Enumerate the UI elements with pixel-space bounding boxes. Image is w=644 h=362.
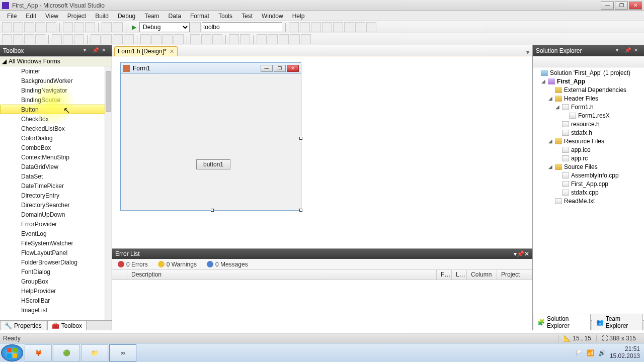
toolbox-item-checkbox[interactable]: CheckBox — [0, 114, 112, 124]
toolbar-button[interactable] — [333, 22, 343, 32]
toolbar-button[interactable] — [355, 22, 365, 32]
toolbox-item-contextmenustrip[interactable]: ContextMenuStrip — [0, 152, 112, 162]
center-button[interactable] — [212, 34, 222, 44]
toolbox-item-dataset[interactable]: DataSet — [0, 171, 112, 181]
tab-toolbox[interactable]: 🧰Toolbox — [47, 321, 87, 330]
toolbar-button[interactable] — [289, 22, 299, 32]
tray-network-icon[interactable]: 📶 — [587, 349, 594, 356]
col-project[interactable]: Project — [497, 270, 532, 280]
save-all-button[interactable] — [46, 22, 56, 32]
toolbox-item-combobox[interactable]: ComboBox — [0, 143, 112, 152]
tree-form1-h[interactable]: ◢Form1.h — [534, 103, 643, 111]
add-item-button[interactable] — [13, 22, 23, 32]
tree-readme[interactable]: ReadMe.txt — [534, 197, 643, 205]
menu-view[interactable]: View — [41, 12, 62, 21]
col-line[interactable]: L… — [452, 270, 467, 280]
taskbar-app-vs[interactable]: ∞ — [109, 344, 136, 361]
new-project-button[interactable] — [2, 22, 12, 32]
toolbox-item-bindingnavigator[interactable]: BindingNavigator — [0, 85, 112, 95]
order-button[interactable] — [240, 34, 250, 44]
quick-find-input[interactable] — [202, 22, 282, 32]
spacing-button[interactable] — [140, 34, 150, 44]
pin-icon[interactable]: 📌 — [517, 250, 524, 257]
menu-edit[interactable]: Edit — [22, 12, 40, 21]
spacing-button[interactable] — [102, 34, 112, 44]
toolbar-button[interactable] — [322, 22, 332, 32]
spacing-button[interactable] — [174, 34, 184, 44]
col-column[interactable]: Column — [467, 270, 497, 280]
tree-header-files[interactable]: ◢Header Files — [534, 94, 643, 103]
cut-button[interactable] — [63, 22, 73, 32]
resize-handle-s[interactable] — [211, 209, 214, 212]
tray-flag-icon[interactable]: 🏳️ — [575, 349, 583, 356]
solution-tree[interactable]: Solution 'First_App' (1 project) ◢First_… — [533, 67, 644, 320]
toolbar-button[interactable] — [366, 22, 376, 32]
center-button[interactable] — [190, 34, 200, 44]
tree-stdafx-cpp[interactable]: stdafx.cpp — [534, 188, 643, 197]
resize-handle-se[interactable] — [299, 209, 302, 212]
tree-source-files[interactable]: ◢Source Files — [534, 162, 643, 171]
designer-button1[interactable]: button1 — [196, 159, 230, 169]
col-file[interactable]: F… — [437, 270, 452, 280]
spacing-button[interactable] — [151, 34, 162, 44]
menu-debug[interactable]: Debug — [114, 12, 139, 21]
center-button[interactable] — [201, 34, 211, 44]
tab-order-button[interactable] — [290, 34, 300, 44]
system-tray[interactable]: 🏳️ 📶 🔊 21:51 15.02.2013 — [571, 346, 644, 359]
toolbox-item-button[interactable]: Button — [0, 105, 112, 114]
align-button[interactable] — [35, 34, 45, 44]
toolbox-item-datetimepicker[interactable]: DateTimePicker — [0, 181, 112, 191]
toolbox-item-datagridview[interactable]: DataGridView — [0, 162, 112, 171]
tab-order-button[interactable] — [257, 34, 267, 44]
document-tab-form1[interactable]: Form1.h [Design]* ✕ — [114, 46, 178, 56]
toolbox-item-colordialog[interactable]: ColorDialog — [0, 133, 112, 143]
close-icon[interactable]: ✕ — [102, 47, 109, 54]
undo-button[interactable] — [102, 22, 112, 32]
pin-icon[interactable]: 📌 — [625, 47, 632, 54]
toolbox-item-helpprovider[interactable]: HelpProvider — [0, 286, 112, 296]
close-tab-icon[interactable]: ✕ — [170, 48, 174, 55]
save-button[interactable] — [35, 22, 45, 32]
panel-dropdown-icon[interactable]: ▾ — [84, 47, 91, 54]
toolbar-button[interactable] — [311, 22, 321, 32]
tab-order-button[interactable] — [268, 34, 278, 44]
tree-firstapp-cpp[interactable]: First_App.cpp — [534, 179, 643, 188]
toolbar-button[interactable] — [300, 22, 310, 32]
tray-clock[interactable]: 21:51 15.02.2013 — [610, 346, 640, 359]
toolbox-group-header[interactable]: ◢ All Windows Forms — [0, 56, 112, 66]
pin-icon[interactable]: 📌 — [93, 47, 100, 54]
platform-button[interactable] — [191, 22, 201, 32]
start-button[interactable] — [1, 344, 23, 361]
minimize-button[interactable]: — — [601, 2, 614, 10]
maximize-button[interactable]: ❐ — [615, 2, 628, 10]
tab-order-button[interactable] — [301, 34, 311, 44]
toolbar-button[interactable] — [344, 22, 354, 32]
tree-form1-resx[interactable]: Form1.resX — [534, 111, 643, 120]
tab-properties[interactable]: 🔧Properties — [0, 321, 46, 330]
tree-resource-files[interactable]: ◢Resource Files — [534, 137, 643, 145]
tab-solution-explorer[interactable]: 🧩Solution Explorer — [533, 314, 591, 330]
align-button[interactable] — [63, 34, 73, 44]
menu-help[interactable]: Help — [288, 12, 309, 21]
order-button[interactable] — [229, 34, 239, 44]
menu-window[interactable]: Window — [258, 12, 287, 21]
spacing-button[interactable] — [113, 34, 123, 44]
toolbox-item-groupbox[interactable]: GroupBox — [0, 277, 112, 286]
menu-project[interactable]: Project — [63, 12, 90, 21]
toolbox-item-flowlayoutpanel[interactable]: FlowLayoutPanel — [0, 248, 112, 257]
spacing-button[interactable] — [124, 34, 134, 44]
panel-dropdown-icon[interactable]: ▾ — [616, 47, 623, 54]
close-icon[interactable]: ✕ — [524, 250, 529, 257]
menu-tools[interactable]: Tools — [214, 12, 236, 21]
tree-external-deps[interactable]: External Dependencies — [534, 85, 643, 94]
toolbox-item-domainupdown[interactable]: DomainUpDown — [0, 210, 112, 219]
toolbox-item-imagelist[interactable]: ImageList — [0, 305, 112, 315]
menu-format[interactable]: Format — [186, 12, 213, 21]
spacing-button[interactable] — [91, 34, 101, 44]
toolbox-item-directorysearcher[interactable]: DirectorySearcher — [0, 200, 112, 210]
tree-app-rc[interactable]: app.rc — [534, 154, 643, 162]
tree-resource-h[interactable]: resource.h — [534, 120, 643, 128]
menu-file[interactable]: File — [3, 12, 21, 21]
resize-handle-e[interactable] — [299, 137, 302, 140]
toolbox-item-fontdialog[interactable]: FontDialog — [0, 267, 112, 277]
